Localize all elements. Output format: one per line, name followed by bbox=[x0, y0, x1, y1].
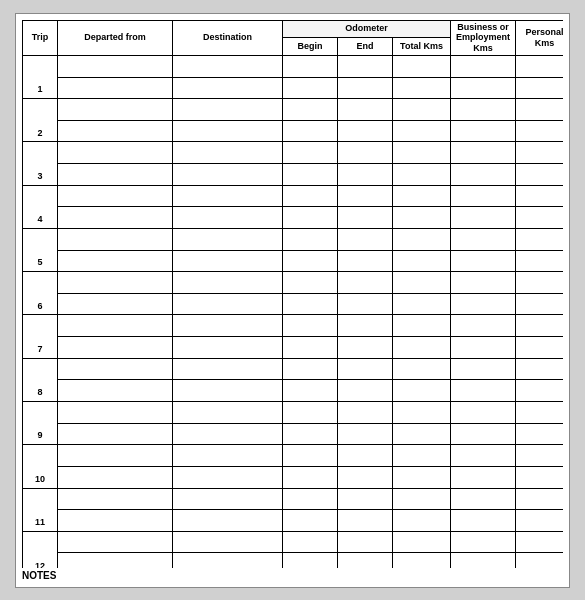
row-2-begin-bottom[interactable] bbox=[283, 120, 338, 142]
row-6-destination-top[interactable] bbox=[173, 272, 283, 294]
row-5-personal-kms-bottom[interactable] bbox=[516, 250, 563, 272]
row-12-begin-bottom[interactable] bbox=[283, 553, 338, 568]
row-2-personal-kms-bottom[interactable] bbox=[516, 120, 563, 142]
row-10-begin-bottom[interactable] bbox=[283, 466, 338, 488]
row-1-personal-kms-bottom[interactable] bbox=[516, 77, 563, 99]
row-1-departed-from-top[interactable] bbox=[58, 55, 173, 77]
row-12-end-bottom[interactable] bbox=[338, 553, 393, 568]
row-4-departed-from-bottom[interactable] bbox=[58, 207, 173, 229]
row-6-begin-bottom[interactable] bbox=[283, 293, 338, 315]
row-12-departed-from-bottom[interactable] bbox=[58, 553, 173, 568]
row-5-end-top[interactable] bbox=[338, 228, 393, 250]
row-5-total-kms-bottom[interactable] bbox=[393, 250, 451, 272]
row-10-personal-kms-bottom[interactable] bbox=[516, 466, 563, 488]
row-8-personal-kms-bottom[interactable] bbox=[516, 380, 563, 402]
row-8-end-bottom[interactable] bbox=[338, 380, 393, 402]
row-9-departed-from-bottom[interactable] bbox=[58, 423, 173, 445]
row-10-departed-from-top[interactable] bbox=[58, 445, 173, 467]
row-8-end-top[interactable] bbox=[338, 358, 393, 380]
row-10-destination-top[interactable] bbox=[173, 445, 283, 467]
row-2-personal-kms-top[interactable] bbox=[516, 99, 563, 121]
row-7-business-kms-bottom[interactable] bbox=[451, 337, 516, 359]
row-12-destination-top[interactable] bbox=[173, 531, 283, 553]
row-11-begin-bottom[interactable] bbox=[283, 510, 338, 532]
row-12-business-kms-bottom[interactable] bbox=[451, 553, 516, 568]
row-2-departed-from-top[interactable] bbox=[58, 99, 173, 121]
row-5-departed-from-bottom[interactable] bbox=[58, 250, 173, 272]
row-3-end-top[interactable] bbox=[338, 142, 393, 164]
row-1-begin-bottom[interactable] bbox=[283, 77, 338, 99]
row-10-total-kms-bottom[interactable] bbox=[393, 466, 451, 488]
row-6-personal-kms-top[interactable] bbox=[516, 272, 563, 294]
row-5-total-kms-top[interactable] bbox=[393, 228, 451, 250]
row-1-departed-from-bottom[interactable] bbox=[58, 77, 173, 99]
row-11-total-kms-top[interactable] bbox=[393, 488, 451, 510]
row-7-destination-bottom[interactable] bbox=[173, 337, 283, 359]
row-3-end-bottom[interactable] bbox=[338, 164, 393, 186]
row-4-begin-top[interactable] bbox=[283, 185, 338, 207]
row-9-begin-bottom[interactable] bbox=[283, 423, 338, 445]
row-11-end-bottom[interactable] bbox=[338, 510, 393, 532]
row-10-departed-from-bottom[interactable] bbox=[58, 466, 173, 488]
row-1-personal-kms-top[interactable] bbox=[516, 55, 563, 77]
row-8-begin-top[interactable] bbox=[283, 358, 338, 380]
row-12-business-kms-top[interactable] bbox=[451, 531, 516, 553]
row-7-business-kms-top[interactable] bbox=[451, 315, 516, 337]
row-7-personal-kms-top[interactable] bbox=[516, 315, 563, 337]
row-11-departed-from-top[interactable] bbox=[58, 488, 173, 510]
row-5-end-bottom[interactable] bbox=[338, 250, 393, 272]
row-5-business-kms-bottom[interactable] bbox=[451, 250, 516, 272]
row-10-business-kms-top[interactable] bbox=[451, 445, 516, 467]
row-6-end-top[interactable] bbox=[338, 272, 393, 294]
row-8-business-kms-bottom[interactable] bbox=[451, 380, 516, 402]
row-2-total-kms-top[interactable] bbox=[393, 99, 451, 121]
row-1-total-kms-bottom[interactable] bbox=[393, 77, 451, 99]
row-11-begin-top[interactable] bbox=[283, 488, 338, 510]
row-8-departed-from-bottom[interactable] bbox=[58, 380, 173, 402]
row-3-destination-top[interactable] bbox=[173, 142, 283, 164]
row-1-destination-bottom[interactable] bbox=[173, 77, 283, 99]
row-10-begin-top[interactable] bbox=[283, 445, 338, 467]
row-5-business-kms-top[interactable] bbox=[451, 228, 516, 250]
row-4-personal-kms-top[interactable] bbox=[516, 185, 563, 207]
row-1-business-kms-bottom[interactable] bbox=[451, 77, 516, 99]
row-5-begin-bottom[interactable] bbox=[283, 250, 338, 272]
row-3-begin-top[interactable] bbox=[283, 142, 338, 164]
row-1-end-bottom[interactable] bbox=[338, 77, 393, 99]
row-6-business-kms-bottom[interactable] bbox=[451, 293, 516, 315]
row-9-departed-from-top[interactable] bbox=[58, 402, 173, 424]
row-1-begin-top[interactable] bbox=[283, 55, 338, 77]
row-11-destination-bottom[interactable] bbox=[173, 510, 283, 532]
row-9-personal-kms-bottom[interactable] bbox=[516, 423, 563, 445]
row-4-business-kms-top[interactable] bbox=[451, 185, 516, 207]
row-12-personal-kms-bottom[interactable] bbox=[516, 553, 563, 568]
row-7-departed-from-bottom[interactable] bbox=[58, 337, 173, 359]
row-9-end-top[interactable] bbox=[338, 402, 393, 424]
row-3-begin-bottom[interactable] bbox=[283, 164, 338, 186]
row-4-departed-from-top[interactable] bbox=[58, 185, 173, 207]
row-2-begin-top[interactable] bbox=[283, 99, 338, 121]
row-12-destination-bottom[interactable] bbox=[173, 553, 283, 568]
row-11-end-top[interactable] bbox=[338, 488, 393, 510]
row-3-destination-bottom[interactable] bbox=[173, 164, 283, 186]
row-4-destination-bottom[interactable] bbox=[173, 207, 283, 229]
row-5-destination-bottom[interactable] bbox=[173, 250, 283, 272]
row-4-end-bottom[interactable] bbox=[338, 207, 393, 229]
row-2-business-kms-top[interactable] bbox=[451, 99, 516, 121]
row-9-personal-kms-top[interactable] bbox=[516, 402, 563, 424]
row-6-business-kms-top[interactable] bbox=[451, 272, 516, 294]
row-6-total-kms-bottom[interactable] bbox=[393, 293, 451, 315]
row-4-begin-bottom[interactable] bbox=[283, 207, 338, 229]
row-6-departed-from-top[interactable] bbox=[58, 272, 173, 294]
row-10-destination-bottom[interactable] bbox=[173, 466, 283, 488]
row-10-business-kms-bottom[interactable] bbox=[451, 466, 516, 488]
row-4-total-kms-bottom[interactable] bbox=[393, 207, 451, 229]
row-8-destination-top[interactable] bbox=[173, 358, 283, 380]
row-11-business-kms-top[interactable] bbox=[451, 488, 516, 510]
row-11-personal-kms-bottom[interactable] bbox=[516, 510, 563, 532]
row-6-destination-bottom[interactable] bbox=[173, 293, 283, 315]
row-1-total-kms-top[interactable] bbox=[393, 55, 451, 77]
row-1-end-top[interactable] bbox=[338, 55, 393, 77]
row-3-business-kms-top[interactable] bbox=[451, 142, 516, 164]
row-6-total-kms-top[interactable] bbox=[393, 272, 451, 294]
